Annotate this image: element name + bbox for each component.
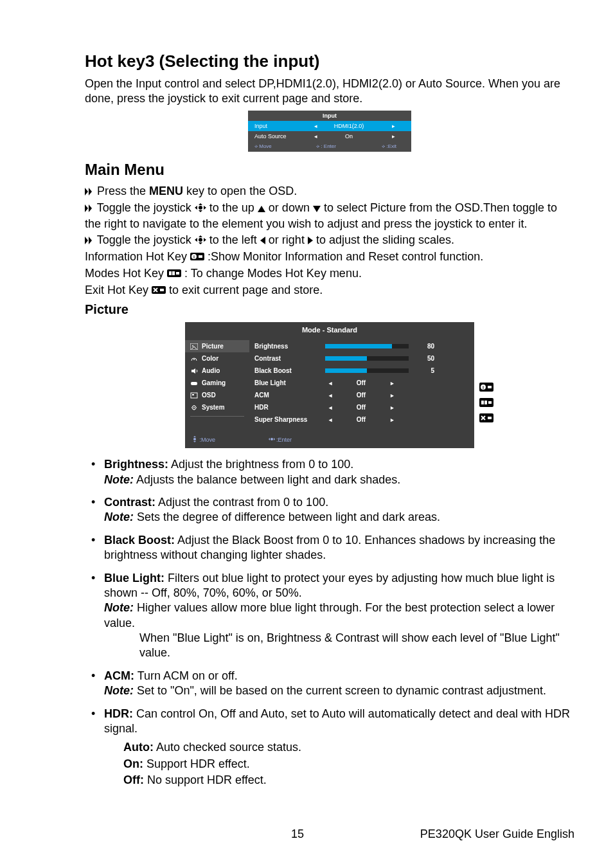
main-menu-title: Main Menu [85,161,574,179]
mm-line4: Information Hot Key i :Show Monitor Info… [85,249,574,265]
double-chevron-icon [85,185,94,199]
row-blackboost: Black Boost 5 [249,365,474,377]
svg-rect-31 [488,417,492,419]
svg-rect-25 [488,386,492,388]
mm-line1: Press the MENU key to open the OSD. [85,184,574,199]
side-gaming: Gaming [185,377,249,389]
info-hotkey-icon: i [190,250,204,265]
picture-panel-mode: Mode - Standard [185,322,474,338]
svg-point-14 [193,359,195,360]
hotkey3-title: Hot key3 (Selecting the input) [85,51,574,71]
hotkey3-desc: Open the Input control and select DP,HDM… [85,77,574,107]
row-acm: ACM ◂Off▸ [249,389,474,401]
input-row-label: Input [248,121,310,131]
footer-enter: ⟡ : Enter [310,141,375,152]
svg-text:i: i [483,385,484,390]
hdr-auto: Auto: Auto checked source status. [123,740,574,755]
row-contrast: Contrast 50 [249,352,474,365]
right-arrow-icon: ▸ [375,121,411,131]
bullet-bluelight: Blue Light: Filters out blue light to pr… [85,571,574,661]
svg-rect-17 [192,394,194,395]
left-arrow-icon [260,233,265,248]
mm-line5: Modes Hot Key : To change Modes Hot Key … [85,266,574,282]
svg-point-0 [199,206,202,210]
input-osd-panel: Input Input ◂ HDMI1(2.0) ▸ Auto Source ◂… [248,111,411,152]
panel-footer: :Move :Enter [185,428,474,448]
bluelight-note2: When "Blue Light" is on, Brightness & Co… [104,631,574,661]
modes-hotkey-icon [479,398,491,407]
svg-rect-8 [172,271,175,275]
up-arrow-icon [258,201,265,216]
bullet-brightness: Brightness: Adjust the brightness from 0… [85,457,574,487]
bullet-blackboost: Black Boost: Adjust the Black Boost from… [85,533,574,563]
picture-osd-panel: Mode - Standard Picture Color Audio Gami… [185,322,474,448]
svg-rect-27 [481,401,484,404]
svg-rect-28 [484,401,487,404]
autosource-label: Auto Source [248,131,310,141]
input-panel-title: Input [248,111,411,121]
input-row-value: HDMI1(2.0) [323,121,375,131]
row-supersharp: Super Sharpness ◂Off▸ [249,413,474,426]
down-arrow-icon [313,201,321,216]
svg-point-21 [271,438,273,440]
svg-point-1 [199,238,202,242]
svg-rect-5 [199,255,202,258]
footer-move: ⟡ Move [248,141,310,152]
svg-point-19 [193,407,195,408]
hdr-on: On: Support HDR effect. [123,757,574,772]
svg-rect-9 [176,272,179,275]
row-brightness: Brightness 80 [249,340,474,352]
side-osd: OSD [185,389,249,401]
double-chevron-icon [85,201,94,216]
right-arrow-icon [308,233,313,248]
osd-side-nav: Picture Color Audio Gaming OSD System [185,338,249,428]
left-arrow-icon: ◂ [310,121,323,131]
page-footer: 15 PE320QK User Guide English [85,827,574,841]
osd-content: Brightness 80 Contrast 50 Black Boost 5 … [249,338,474,428]
bullet-contrast: Contrast: Adjust the contrast from 0 to … [85,495,574,525]
side-picture: Picture [185,340,249,352]
info-hotkey-icon: i [479,383,491,392]
footer-exit: ⟡ :Exit [375,141,411,152]
guide-name: PE320QK User Guide English [420,827,574,841]
joystick-icon [195,233,206,248]
side-audio: Audio [185,365,249,377]
right-arrow-icon: ▸ [375,131,411,141]
svg-point-13 [192,345,193,347]
double-chevron-icon [85,233,94,248]
exit-hotkey-icon [152,284,166,298]
row-hdr: HDR ◂Off▸ [249,401,474,413]
bullet-acm: ACM: Turn ACM on or off. Note: Set to "O… [85,669,574,699]
svg-text:i: i [193,255,195,259]
left-arrow-icon: ◂ [310,131,323,141]
svg-point-20 [193,438,196,440]
svg-rect-11 [160,289,164,291]
svg-rect-29 [488,401,492,404]
joystick-icon [195,201,206,216]
mm-line3: Toggle the joystick to the left or right… [85,233,574,248]
svg-rect-7 [169,271,172,275]
svg-rect-15 [191,382,197,385]
modes-hotkey-icon [167,267,181,282]
autosource-value: On [323,131,375,141]
side-color: Color [185,352,249,365]
bullet-hdr: HDR: Can control On, Off and Auto, set t… [85,707,574,788]
exit-hotkey-icon [479,413,491,422]
row-bluelight: Blue Light ◂Off▸ [249,377,474,389]
mm-line2: Toggle the joystick to the up or down to… [85,201,574,231]
page-number: 15 [175,827,420,841]
mm-line6: Exit Hot Key to exit current page and st… [85,283,574,298]
hdr-off: Off: No support HDR effect. [123,773,574,788]
picture-heading: Picture [85,302,574,317]
side-system: System [185,401,249,413]
